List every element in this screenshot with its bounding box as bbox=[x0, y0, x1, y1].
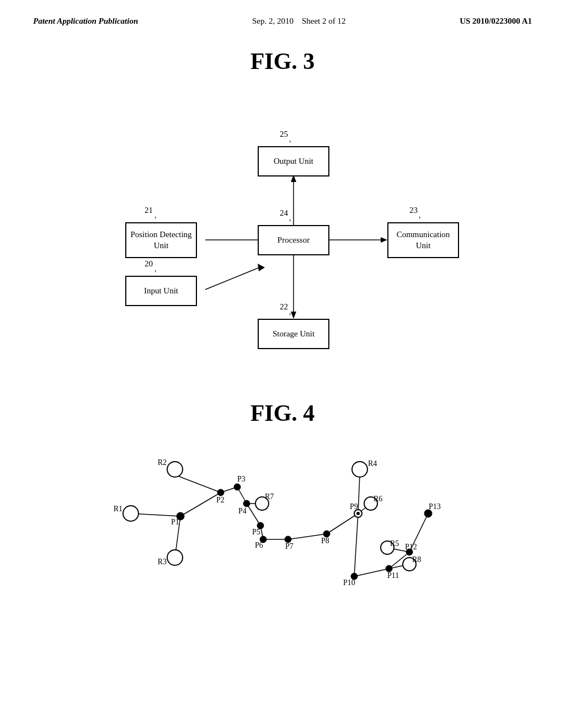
fig3-diagram: Output Unit 25 , Position Detecting Unit… bbox=[89, 80, 476, 389]
input-unit-tick: , bbox=[154, 265, 157, 274]
svg-text:R5: R5 bbox=[390, 539, 399, 548]
output-unit-box: Output Unit bbox=[258, 146, 329, 176]
storage-unit-tick: , bbox=[289, 308, 291, 317]
svg-text:P6: P6 bbox=[255, 541, 263, 549]
svg-text:R7: R7 bbox=[265, 493, 274, 501]
header-patent-number: US 2010/0223000 A1 bbox=[460, 17, 532, 26]
svg-line-23 bbox=[358, 475, 360, 513]
svg-text:R8: R8 bbox=[412, 555, 421, 564]
svg-point-34 bbox=[352, 462, 367, 477]
svg-text:P3: P3 bbox=[237, 475, 246, 483]
processor-box: Processor bbox=[258, 225, 329, 255]
communication-box: Communication Unit bbox=[387, 222, 459, 258]
svg-point-31 bbox=[123, 506, 138, 521]
position-unit-box: Position Detecting Unit bbox=[125, 222, 197, 258]
position-unit-num: 21 bbox=[145, 206, 153, 215]
svg-line-2 bbox=[205, 267, 259, 290]
output-unit-num: 25 bbox=[280, 130, 288, 139]
communication-tick: , bbox=[419, 211, 421, 220]
svg-line-22 bbox=[327, 513, 358, 534]
svg-text:P13: P13 bbox=[429, 502, 441, 511]
svg-text:P1: P1 bbox=[171, 518, 179, 526]
input-unit-box: Input Unit bbox=[125, 276, 197, 306]
svg-text:P9: P9 bbox=[350, 502, 358, 511]
svg-line-14 bbox=[180, 493, 221, 516]
svg-text:R3: R3 bbox=[158, 558, 167, 566]
position-unit-tick: , bbox=[154, 211, 157, 220]
svg-point-52 bbox=[424, 510, 432, 517]
svg-text:P4: P4 bbox=[238, 507, 247, 515]
storage-unit-num: 22 bbox=[280, 302, 288, 312]
svg-text:P12: P12 bbox=[405, 543, 417, 551]
svg-line-26 bbox=[354, 569, 389, 576]
svg-text:R1: R1 bbox=[114, 505, 122, 513]
svg-text:P8: P8 bbox=[321, 537, 329, 545]
svg-point-41 bbox=[234, 484, 241, 490]
output-unit-tick: , bbox=[289, 135, 291, 144]
processor-num: 24 bbox=[280, 208, 288, 218]
svg-marker-10 bbox=[381, 237, 387, 243]
svg-marker-3 bbox=[258, 264, 265, 271]
input-unit-num: 20 bbox=[145, 259, 153, 269]
fig4-title: FIG. 4 bbox=[0, 400, 565, 426]
svg-marker-7 bbox=[291, 312, 296, 319]
svg-point-42 bbox=[243, 500, 250, 507]
svg-text:P5: P5 bbox=[252, 528, 260, 536]
svg-text:P11: P11 bbox=[387, 571, 399, 580]
fig4-diagram: R1 R2 R3 R4 R5 R6 R7 R8 P1 P2 P3 P4 P5 P… bbox=[89, 432, 476, 597]
svg-text:P7: P7 bbox=[285, 542, 294, 550]
processor-tick: , bbox=[289, 214, 291, 223]
svg-text:R6: R6 bbox=[374, 495, 382, 503]
page-header: Patent Application Publication Sep. 2, 2… bbox=[0, 0, 565, 26]
svg-point-32 bbox=[167, 462, 183, 477]
svg-point-40 bbox=[217, 489, 224, 496]
svg-line-25 bbox=[354, 513, 358, 576]
svg-text:P2: P2 bbox=[216, 496, 225, 504]
communication-num: 23 bbox=[409, 206, 418, 215]
svg-text:R4: R4 bbox=[368, 459, 377, 468]
header-date-sheet: Sep. 2, 2010 Sheet 2 of 12 bbox=[252, 17, 346, 26]
fig3-title: FIG. 3 bbox=[0, 48, 565, 74]
storage-unit-box: Storage Unit bbox=[258, 319, 329, 349]
svg-point-48 bbox=[356, 512, 360, 515]
svg-point-33 bbox=[167, 550, 183, 565]
svg-text:P10: P10 bbox=[343, 579, 355, 587]
svg-line-12 bbox=[175, 475, 221, 493]
svg-text:R2: R2 bbox=[158, 458, 167, 467]
header-publication: Patent Application Publication bbox=[33, 17, 138, 26]
